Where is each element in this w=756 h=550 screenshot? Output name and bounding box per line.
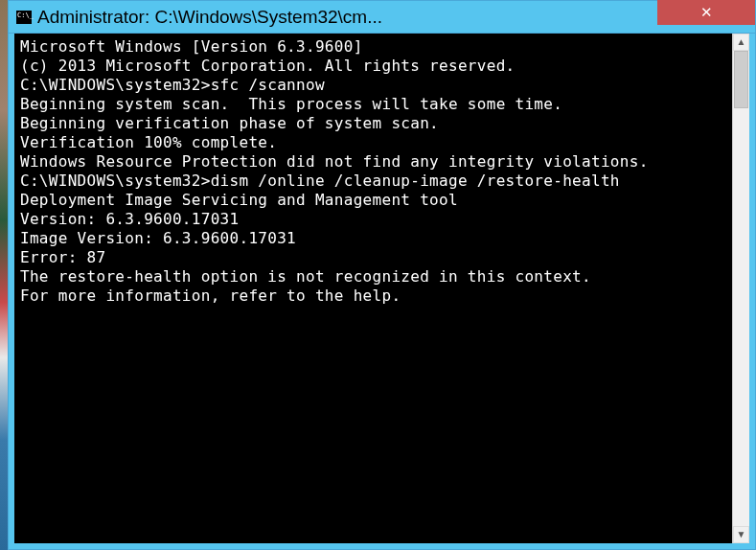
console-line: Error: 87 — [20, 248, 726, 267]
vertical-scrollbar[interactable]: ▲ ▼ — [732, 34, 749, 543]
console-line: Image Version: 6.3.9600.17031 — [20, 229, 726, 248]
console-line: Deployment Image Servicing and Managemen… — [20, 191, 726, 210]
desktop-edge — [0, 0, 8, 550]
chevron-up-icon: ▲ — [737, 37, 746, 47]
scroll-down-button[interactable]: ▼ — [733, 526, 749, 543]
console-line: Beginning verification phase of system s… — [20, 114, 726, 133]
window-title: Administrator: C:\Windows\System32\cm... — [37, 7, 657, 28]
scroll-track[interactable] — [733, 51, 749, 526]
cmd-window: Administrator: C:\Windows\System32\cm...… — [8, 0, 756, 550]
console-line: For more information, refer to the help. — [20, 286, 726, 306]
console-line: Microsoft Windows [Version 6.3.9600] — [20, 37, 726, 57]
titlebar[interactable]: Administrator: C:\Windows\System32\cm...… — [9, 1, 755, 34]
console-line: (c) 2013 Microsoft Corporation. All righ… — [20, 57, 726, 76]
console-area: Microsoft Windows [Version 6.3.9600](c) … — [14, 34, 749, 543]
scroll-up-button[interactable]: ▲ — [733, 34, 749, 51]
console-line: Verification 100% complete. — [20, 133, 726, 152]
close-button[interactable]: ✕ — [657, 0, 755, 25]
cmd-icon — [16, 11, 32, 24]
console-line: Windows Resource Protection did not find… — [20, 152, 726, 172]
scroll-thumb[interactable] — [734, 51, 748, 108]
chevron-down-icon: ▼ — [737, 530, 746, 539]
console-line: Version: 6.3.9600.17031 — [20, 210, 726, 229]
console-line: C:\WINDOWS\system32>dism /online /cleanu… — [20, 172, 726, 191]
window-controls: ✕ — [657, 1, 755, 33]
console-output[interactable]: Microsoft Windows [Version 6.3.9600](c) … — [14, 34, 732, 543]
close-icon: ✕ — [700, 4, 713, 21]
console-line: C:\WINDOWS\system32>sfc /scannow — [20, 76, 726, 95]
console-line: Beginning system scan. This process will… — [20, 95, 726, 114]
console-line: The restore-health option is not recogni… — [20, 267, 726, 286]
